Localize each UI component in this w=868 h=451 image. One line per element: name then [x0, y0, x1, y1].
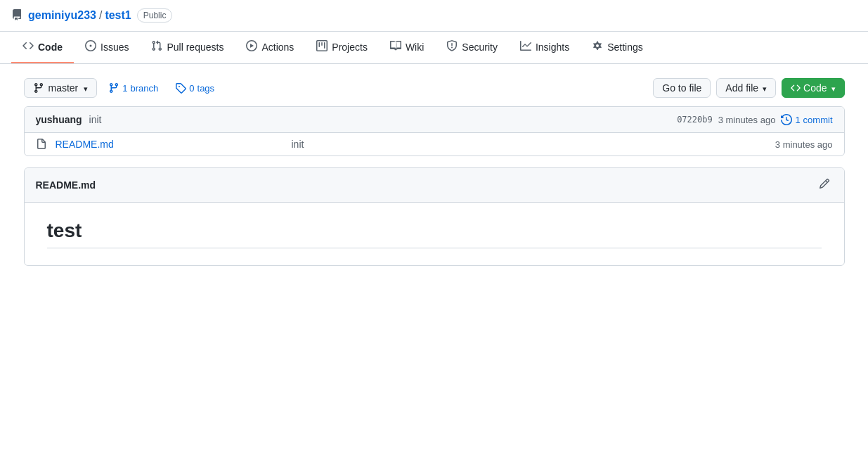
commit-author-link[interactable]: yushuang — [36, 114, 82, 125]
commit-sha: 07220b9 — [677, 115, 713, 125]
tab-issues-label: Issues — [101, 42, 129, 53]
add-file-button[interactable]: Add file — [716, 78, 776, 98]
toolbar: master 1 branch 0 tags Go to file — [24, 78, 845, 98]
history-icon — [781, 114, 792, 125]
branch-count-icon — [108, 82, 119, 94]
readme-title: README.md — [36, 179, 96, 191]
file-commit-message: init — [292, 139, 747, 150]
commit-label: commit — [803, 115, 833, 125]
commit-time: 3 minutes ago — [718, 115, 776, 125]
tab-pull-requests[interactable]: Pull requests — [140, 32, 235, 63]
issue-icon — [85, 40, 96, 53]
repo-name-link[interactable]: test1 — [105, 9, 131, 22]
add-file-chevron — [761, 82, 767, 94]
branch-text: branch — [131, 83, 159, 94]
tag-icon — [175, 82, 186, 94]
branch-icon — [33, 82, 44, 94]
tag-count-link[interactable]: 0 tags — [169, 79, 220, 97]
tab-code-label: Code — [38, 42, 63, 53]
commit-message: init — [89, 114, 102, 125]
tab-actions[interactable]: Actions — [235, 32, 305, 63]
tab-security-label: Security — [462, 42, 498, 53]
tab-pr-label: Pull requests — [167, 42, 224, 53]
repo-owner-link[interactable]: geminiyu233 — [28, 9, 96, 22]
readme-heading: test — [47, 220, 822, 248]
tag-text: tags — [197, 83, 215, 94]
insights-icon — [520, 40, 531, 53]
tab-issues[interactable]: Issues — [74, 32, 140, 63]
wiki-icon — [390, 40, 401, 53]
tab-actions-label: Actions — [261, 42, 294, 53]
toolbar-right: Go to file Add file Code — [653, 78, 844, 98]
tab-insights-label: Insights — [536, 42, 569, 53]
readme-content: test — [25, 203, 844, 265]
file-table: yushuang init 07220b9 3 minutes ago 1 co… — [24, 106, 845, 156]
nav-tabs: Code Issues Pull requests Actions — [0, 32, 868, 64]
code-icon — [22, 40, 34, 53]
tab-projects-label: Projects — [332, 42, 368, 53]
repo-header: geminiyu233 / test1 Public — [0, 0, 868, 32]
tab-projects[interactable]: Projects — [305, 32, 379, 63]
commit-info: yushuang init — [36, 114, 102, 125]
code-chevron — [830, 82, 836, 94]
file-time: 3 minutes ago — [756, 139, 833, 150]
file-name-link[interactable]: README.md — [56, 139, 283, 150]
commit-count: 1 — [795, 115, 800, 125]
tab-security[interactable]: Security — [435, 32, 509, 63]
tab-wiki-label: Wiki — [406, 42, 424, 53]
go-to-file-button[interactable]: Go to file — [653, 78, 711, 98]
branch-label: master — [48, 82, 79, 94]
tab-wiki[interactable]: Wiki — [379, 32, 435, 63]
security-icon — [446, 40, 458, 53]
commit-meta: 07220b9 3 minutes ago 1 commit — [677, 114, 832, 125]
toolbar-left: master 1 branch 0 tags — [24, 78, 221, 98]
branch-chevron — [82, 82, 88, 94]
projects-icon — [316, 40, 328, 53]
branch-count: 1 — [122, 83, 127, 94]
readme-header: README.md — [25, 168, 844, 203]
branch-selector[interactable]: master — [24, 78, 98, 98]
commit-row: yushuang init 07220b9 3 minutes ago 1 co… — [25, 107, 844, 133]
table-row: README.md init 3 minutes ago — [25, 133, 844, 155]
actions-icon — [246, 40, 257, 53]
repo-icon — [11, 9, 22, 23]
file-icon — [36, 139, 47, 150]
readme-edit-button[interactable] — [816, 175, 833, 195]
settings-icon — [592, 40, 603, 53]
commit-history-link[interactable]: 1 commit — [781, 114, 832, 125]
tab-settings[interactable]: Settings — [581, 32, 654, 63]
repo-separator: / — [99, 9, 102, 22]
code-button[interactable]: Code — [782, 78, 844, 98]
pr-icon — [151, 40, 162, 53]
readme-box: README.md test — [24, 167, 845, 266]
branch-count-link[interactable]: 1 branch — [103, 79, 164, 97]
main-content: master 1 branch 0 tags Go to file — [13, 64, 856, 280]
code-button-icon — [791, 83, 801, 93]
visibility-badge: Public — [137, 8, 173, 23]
tab-insights[interactable]: Insights — [509, 32, 581, 63]
edit-icon — [819, 178, 830, 189]
tab-settings-label: Settings — [607, 42, 643, 53]
tag-count: 0 — [189, 83, 194, 94]
tab-code[interactable]: Code — [11, 32, 74, 63]
